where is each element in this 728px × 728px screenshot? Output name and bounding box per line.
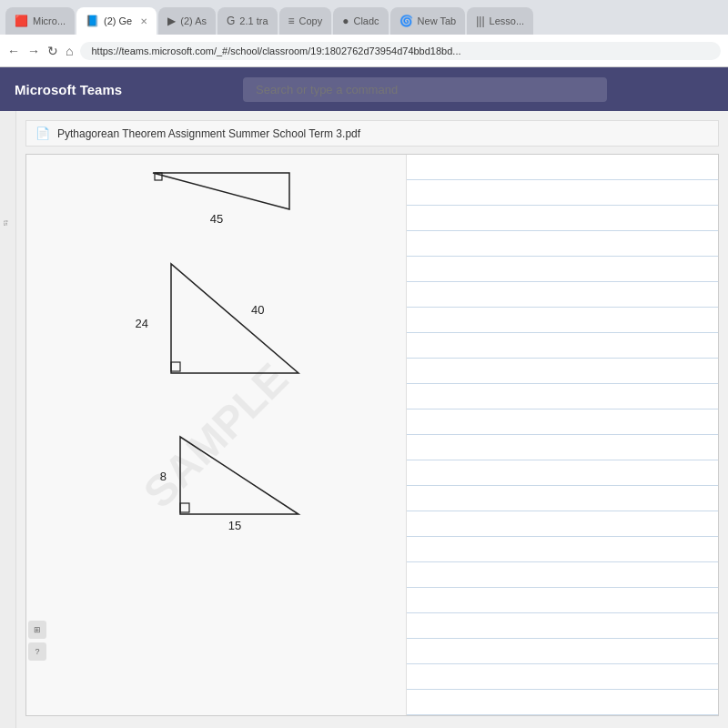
line-22 <box>407 690 718 715</box>
pdf-title: Pythagorean Theorem Assignment Summer Sc… <box>57 127 360 140</box>
line-10 <box>407 384 718 410</box>
svg-marker-1 <box>153 173 289 209</box>
refresh-button[interactable]: ↻ <box>47 44 58 58</box>
svg-rect-3 <box>171 362 180 371</box>
tab-lesson[interactable]: ||| Lesso... <box>467 7 533 35</box>
line-21 <box>407 664 718 690</box>
figure-2-svg: 40 24 <box>116 246 317 400</box>
line-23 <box>407 715 718 716</box>
line-15 <box>407 511 718 537</box>
back-button[interactable]: ← <box>7 44 20 58</box>
home-button[interactable]: ⌂ <box>66 44 73 58</box>
line-17 <box>407 562 718 588</box>
fig2-label-24: 24 <box>135 317 147 330</box>
doc-left-panel: SAMPLE 45 <box>26 155 407 715</box>
line-14 <box>407 486 718 511</box>
tab-copy-label: Copy <box>299 15 323 26</box>
line-16 <box>407 537 718 562</box>
fig1-label-45: 45 <box>209 212 222 226</box>
line-6 <box>407 282 718 308</box>
tab-ge-icon: 📘 <box>86 15 99 27</box>
teams-logo: Microsoft Teams <box>15 82 122 97</box>
main-content: ts 📄 Pythagorean Theorem Assignment Summ… <box>0 111 728 728</box>
line-19 <box>407 613 718 639</box>
address-bar: ← → ↻ ⌂ <box>0 35 728 67</box>
tab-as[interactable]: ▶ (2) As <box>158 7 216 35</box>
line-18 <box>407 588 718 613</box>
line-13 <box>407 460 718 486</box>
pdf-title-bar: 📄 Pythagorean Theorem Assignment Summer … <box>25 120 719 147</box>
tab-as-label: (2) As <box>180 15 207 26</box>
tab-microsoft-icon: 🟥 <box>15 15 28 27</box>
tab-microsoft-label: Micro... <box>33 15 66 26</box>
tab-ge-label: (2) Ge <box>104 15 132 26</box>
line-9 <box>407 359 718 384</box>
pdf-icon: 📄 <box>35 126 50 140</box>
line-11 <box>407 410 718 435</box>
figure-2: 40 24 <box>116 246 317 400</box>
tab-cladc-label: Cladc <box>353 15 379 26</box>
line-20 <box>407 639 718 664</box>
tab-21[interactable]: G 2.1 tra <box>217 7 278 35</box>
tab-bar: 🟥 Micro... 📘 (2) Ge ✕ ▶ (2) As G 2.1 tra… <box>0 0 728 35</box>
figure-3-svg: 8 15 <box>116 419 317 537</box>
figure-1: 45 <box>126 164 308 228</box>
document-content: SAMPLE 45 <box>25 154 719 716</box>
left-sidebar: ts <box>0 111 16 728</box>
svg-marker-4 <box>180 437 298 514</box>
teams-header: Microsoft Teams <box>0 67 728 111</box>
tab-cladc[interactable]: ● Cladc <box>333 7 388 35</box>
tab-ge-close[interactable]: ✕ <box>140 16 147 26</box>
doc-right-panel <box>407 155 718 715</box>
figures-area: 45 40 2 <box>26 155 406 715</box>
tab-21-label: 2.1 tra <box>239 15 268 26</box>
line-5 <box>407 257 718 282</box>
figure-1-svg: 45 <box>126 164 308 228</box>
sidebar-label: ts <box>2 220 10 226</box>
tab-microsoft[interactable]: 🟥 Micro... <box>5 7 75 35</box>
svg-rect-5 <box>180 503 189 512</box>
tab-as-icon: ▶ <box>167 15 176 27</box>
line-7 <box>407 308 718 333</box>
line-12 <box>407 435 718 460</box>
url-input[interactable] <box>80 42 721 60</box>
line-2 <box>407 180 718 206</box>
tab-newtab-icon: 🌀 <box>399 15 413 27</box>
tab-lesson-label: Lesso... <box>490 15 525 26</box>
document-area: 📄 Pythagorean Theorem Assignment Summer … <box>16 111 728 728</box>
tab-21-icon: G <box>227 15 235 27</box>
line-4 <box>407 231 718 257</box>
tab-copy-icon: ≡ <box>288 15 295 27</box>
help-icon[interactable]: ? <box>28 642 46 661</box>
grid-icon[interactable]: ⊞ <box>28 621 46 639</box>
browser-chrome: 🟥 Micro... 📘 (2) Ge ✕ ▶ (2) As G 2.1 tra… <box>0 0 728 67</box>
tab-lesson-icon: ||| <box>476 15 484 27</box>
tab-ge[interactable]: 📘 (2) Ge ✕ <box>76 7 157 35</box>
tab-cladc-icon: ● <box>342 15 349 27</box>
fig3-label-15: 15 <box>228 519 240 532</box>
tab-newtab-label: New Tab <box>418 15 457 26</box>
teams-search-input[interactable] <box>243 77 607 102</box>
fig2-label-40: 40 <box>251 303 264 317</box>
fig3-label-8: 8 <box>159 470 166 483</box>
line-1 <box>407 155 718 180</box>
line-3 <box>407 206 718 231</box>
tab-newtab[interactable]: 🌀 New Tab <box>390 7 466 35</box>
line-8 <box>407 333 718 359</box>
forward-button[interactable]: → <box>27 44 40 58</box>
lined-paper <box>407 155 718 715</box>
figure-3: 8 15 <box>116 419 317 537</box>
tab-copy[interactable]: ≡ Copy <box>279 7 332 35</box>
bottom-left-icons: ⊞ ? <box>28 621 46 661</box>
svg-marker-2 <box>171 264 298 373</box>
